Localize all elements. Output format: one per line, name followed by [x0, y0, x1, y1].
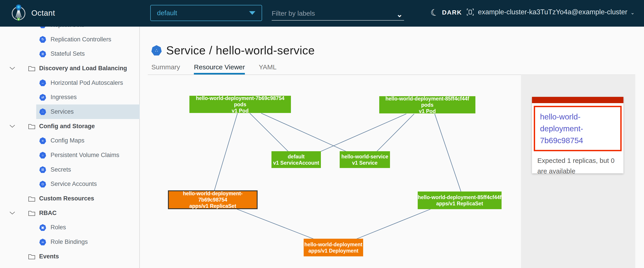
sidebar-item-label: Stateful Sets: [50, 50, 85, 57]
label-filter: ⌄: [272, 7, 404, 20]
folder-icon: [28, 253, 36, 260]
node-subtitle: apps/v1 ReplicaSet: [190, 203, 236, 209]
chevron-down-icon[interactable]: [10, 66, 16, 70]
sidebar-item-label: Role Bindings: [50, 238, 88, 246]
sidebar-item-label: Roles: [50, 224, 66, 231]
resource-link[interactable]: hello-world-deployment-7b69c98754: [540, 112, 583, 145]
node-subtitle: apps/v1 ReplicaSet: [436, 200, 483, 207]
node-title: hello-world-deployment-85ff4cf44f pods: [379, 96, 476, 108]
node-title: hello-world-deployment-7b69c98754 pods: [190, 95, 291, 108]
caret-down-icon: [249, 11, 255, 15]
namespace-dropdown-value: default: [157, 9, 177, 17]
sidebar-item-stateful-sets[interactable]: ≣ Stateful Sets: [36, 46, 140, 61]
sidebar-item-label: Horizontal Pod Autoscalers: [50, 80, 123, 86]
sidebar-item-label: Config Maps: [50, 137, 84, 144]
sidebar-item-role-bindings[interactable]: ∞ Role Bindings: [36, 235, 140, 249]
sidebar-item-label: Service Accounts: [50, 180, 97, 188]
sidebar-item-horizontal-pod-autoscalers[interactable]: ⇔ Horizontal Pod Autoscalers: [36, 76, 140, 90]
moon-icon: ☾: [430, 7, 440, 18]
sidebar-item-label: Services: [50, 108, 74, 115]
tab-yaml[interactable]: YAML: [259, 63, 276, 74]
filter-by-labels-input[interactable]: [272, 7, 404, 20]
sidebar-group-discovery-and-load-balancing[interactable]: Discovery and Load Balancing: [0, 61, 139, 76]
sidebar-group-label: Config and Storage: [39, 123, 95, 130]
folder-icon: [28, 210, 36, 216]
node-subtitle: v1 Service: [352, 160, 378, 166]
pvc-icon: ○: [39, 152, 46, 158]
node-title: hello-world-service: [342, 154, 388, 160]
sidebar-item-ingresses[interactable]: ⇄ Ingresses: [36, 90, 140, 104]
ingress-icon: ⇄: [39, 94, 46, 101]
graph-node-pod-85ff4cf44f[interactable]: hello-world-deployment-85ff4cf44f pods v…: [379, 96, 476, 114]
namespace-dropdown[interactable]: default: [150, 5, 262, 21]
node-subtitle: v1 Pod: [419, 108, 436, 114]
sidebar-group-events[interactable]: Events: [0, 249, 139, 264]
configmap-icon: ≡: [39, 137, 46, 144]
detail-card: hello-world-deployment-7b69c98754 Expect…: [532, 97, 624, 173]
sidebar-group-config-and-storage[interactable]: Config and Storage: [0, 119, 139, 134]
cluster-context-label: example-cluster-ka3TuTzYo4a@example-clus…: [478, 8, 627, 16]
graph-node-service-hello-world[interactable]: hello-world-service v1 Service: [340, 151, 390, 168]
detail-panel: hello-world-deployment-7b69c98754 Expect…: [521, 75, 635, 268]
graph-node-replicaset-85ff4cf44f[interactable]: hello-world-deployment-85ff4cf44f apps/v…: [418, 192, 502, 209]
chevron-down-icon[interactable]: [10, 124, 16, 128]
sidebar-group-custom-resources[interactable]: Custom Resources: [0, 191, 139, 206]
replication-controller-icon: ↻: [39, 36, 46, 43]
sidebar-group-label: RBAC: [39, 210, 56, 216]
sidebar-item-replication-controllers[interactable]: ↻ Replication Controllers: [36, 32, 140, 47]
node-subtitle: v1 Pod: [232, 108, 248, 114]
sidebar-item-persistent-volume-claims[interactable]: ○ Persistent Volume Claims: [36, 148, 140, 162]
graph-node-serviceaccount-default[interactable]: default v1 ServiceAccount: [272, 151, 321, 168]
sidebar-item-secrets[interactable]: ⊞ Secrets: [36, 162, 140, 177]
folder-icon: [28, 65, 36, 72]
hpa-icon: ⇔: [39, 80, 46, 86]
node-title: hello-world-deployment: [304, 242, 362, 248]
sidebar: ▣ Replica Sets ↻ Replication Controllers…: [0, 0, 140, 268]
tab-bar: Summary Resource Viewer YAML: [152, 63, 276, 74]
sidebar-item-label: Replication Controllers: [50, 36, 111, 43]
statefulset-icon: ≣: [39, 50, 46, 57]
chevron-down-icon[interactable]: [10, 211, 16, 215]
theme-toggle-label: DARK: [442, 9, 462, 16]
service-icon: ∴: [152, 45, 162, 56]
tab-resource-viewer[interactable]: Resource Viewer: [194, 63, 245, 74]
status-message: Expected 1 replicas, but 0 are available: [532, 151, 624, 176]
sidebar-item-config-maps[interactable]: ≡ Config Maps: [36, 134, 140, 148]
octant-logo-icon: [11, 4, 26, 22]
sidebar-item-services[interactable]: ∴ Services: [36, 104, 140, 119]
secret-icon: ⊞: [39, 166, 46, 173]
app-title: Octant: [31, 8, 55, 18]
graph-node-replicaset-7b69c98754[interactable]: hello-world-deployment-7b69c98754 apps/v…: [168, 190, 258, 209]
role-icon: ▣: [39, 224, 46, 231]
sidebar-item-roles[interactable]: ▣ Roles: [36, 220, 140, 235]
resource-graph: hello-world-deployment-7b69c98754 pods v…: [140, 75, 522, 268]
node-title: hello-world-deployment-85ff4cf44f: [418, 194, 501, 200]
role-binding-icon: ∞: [39, 239, 46, 246]
error-status-bar: [532, 97, 624, 103]
tab-summary[interactable]: Summary: [152, 63, 180, 74]
graph-node-pod-7b69c98754[interactable]: hello-world-deployment-7b69c98754 pods v…: [190, 96, 291, 113]
page-title: Service / hello-world-service: [166, 44, 315, 57]
node-subtitle: v1 ServiceAccount: [273, 160, 319, 166]
cluster-context-switcher[interactable]: example-cluster-ka3TuTzYo4a@example-clus…: [466, 8, 634, 16]
folder-icon: [28, 123, 36, 130]
sidebar-group-label: Discovery and Load Balancing: [39, 65, 127, 72]
cluster-icon: [466, 8, 475, 16]
node-title: hello-world-deployment-7b69c98754: [169, 190, 257, 203]
service-account-icon: ⊙: [39, 181, 46, 188]
sidebar-group-label: Custom Resources: [39, 195, 94, 202]
node-subtitle: apps/v1 Deployment: [308, 248, 358, 254]
sidebar-item-service-accounts[interactable]: ⊙ Service Accounts: [36, 177, 140, 192]
header: Octant default ⌄ ☾ DARK example-cluster-…: [0, 0, 644, 26]
sidebar-group-rbac[interactable]: RBAC: [0, 206, 139, 220]
folder-icon: [28, 195, 36, 202]
sidebar-item-label: Secrets: [50, 166, 71, 173]
sidebar-nav: ▣ Replica Sets ↻ Replication Controllers…: [0, 18, 139, 264]
graph-node-deployment-hello-world[interactable]: hello-world-deployment apps/v1 Deploymen…: [304, 239, 363, 256]
chevron-down-icon: ⌄: [630, 10, 634, 16]
service-icon: ∴: [39, 108, 46, 115]
dark-theme-toggle[interactable]: ☾ DARK: [430, 8, 462, 17]
selected-resource-box: hello-world-deployment-7b69c98754: [534, 106, 622, 151]
sidebar-item-label: Persistent Volume Claims: [50, 152, 120, 158]
sidebar-item-label: Ingresses: [50, 94, 77, 101]
